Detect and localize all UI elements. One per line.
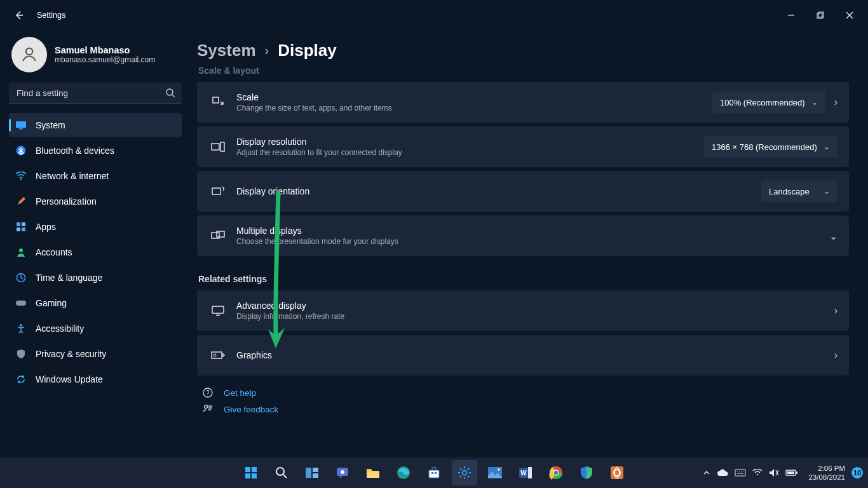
sidebar-item-time-language[interactable]: Time & language <box>9 266 182 290</box>
person-icon <box>20 45 39 64</box>
sidebar-item-label: Apps <box>36 222 56 232</box>
help-icon: ? <box>201 387 215 398</box>
taskbar-chrome[interactable] <box>543 460 569 485</box>
taskbar-store[interactable] <box>421 460 447 485</box>
battery-icon[interactable] <box>785 469 798 477</box>
svg-rect-14 <box>16 301 26 306</box>
volume-icon[interactable] <box>769 468 779 477</box>
svg-point-7 <box>20 179 22 180</box>
arrow-left-icon <box>14 10 24 20</box>
user-block[interactable]: Samuel Mbanaso mbanaso.samuel@gmail.com <box>9 34 182 81</box>
minimize-button[interactable] <box>776 5 806 25</box>
svg-rect-23 <box>212 352 222 358</box>
main-content: System › Display Scale & layout Scale Ch… <box>191 30 868 458</box>
taskbar-chat[interactable] <box>330 460 355 485</box>
scale-dropdown[interactable]: 100% (Recommended) ⌄ <box>712 92 825 113</box>
taskbar-photos[interactable] <box>482 460 508 485</box>
taskbar-security[interactable] <box>574 460 599 485</box>
card-resolution[interactable]: Display resolution Adjust the resolution… <box>197 126 849 167</box>
bluetooth-icon <box>15 146 27 156</box>
onedrive-icon[interactable] <box>717 469 728 477</box>
taskbar-app-generic[interactable] <box>604 460 630 485</box>
chevron-right-icon: › <box>265 43 269 58</box>
card-graphics[interactable]: Graphics › <box>197 335 849 376</box>
svg-rect-9 <box>22 222 25 226</box>
orientation-dropdown[interactable]: Landscape ⌄ <box>761 180 837 202</box>
dropdown-value: 868 × 488 (Recommended) <box>712 142 817 152</box>
card-title: Advanced display <box>236 301 834 311</box>
svg-rect-56 <box>787 471 794 474</box>
svg-rect-30 <box>245 473 250 478</box>
monitor-icon <box>208 306 227 316</box>
help-row-feedback[interactable]: Give feedback <box>197 403 849 415</box>
sidebar-item-accessibility[interactable]: Accessibility <box>9 316 182 341</box>
notification-badge[interactable]: 10 <box>851 467 863 478</box>
sidebar-item-label: Privacy & security <box>36 349 106 359</box>
sidebar-item-bluetooth[interactable]: Bluetooth & devices <box>9 139 182 163</box>
card-title: Scale <box>236 92 712 102</box>
sidebar-item-gaming[interactable]: Gaming <box>9 291 182 315</box>
section-header-related: Related settings <box>198 274 849 284</box>
card-scale[interactable]: Scale Change the size of text, apps, and… <box>197 82 849 123</box>
svg-point-37 <box>341 470 344 474</box>
sidebar-item-system[interactable]: System <box>9 113 182 137</box>
taskbar-edge[interactable] <box>391 460 416 485</box>
accessibility-icon <box>15 323 27 334</box>
clock-globe-icon <box>15 273 27 283</box>
sidebar-item-privacy[interactable]: Privacy & security <box>9 342 182 366</box>
feedback-link[interactable]: Give feedback <box>224 405 278 414</box>
sidebar-item-apps[interactable]: Apps <box>9 215 182 239</box>
maximize-button[interactable] <box>806 5 835 25</box>
wifi-tray-icon[interactable] <box>752 469 763 477</box>
back-button[interactable] <box>11 8 27 23</box>
svg-rect-22 <box>212 306 224 313</box>
sidebar-item-network[interactable]: Network & internet <box>9 164 182 188</box>
card-multiple-displays[interactable]: Multiple displays Choose the presentatio… <box>197 215 849 256</box>
card-orientation[interactable]: Display orientation Landscape ⌄ <box>197 171 849 212</box>
svg-rect-57 <box>796 471 797 474</box>
orientation-icon <box>208 186 227 197</box>
help-row-get-help[interactable]: ? Get help <box>197 387 849 398</box>
gaming-icon <box>15 299 27 307</box>
resolution-icon <box>208 142 227 152</box>
sidebar-item-windows-update[interactable]: Windows Update <box>9 367 182 391</box>
clock-time: 2:06 PM <box>808 464 845 473</box>
keyboard-icon[interactable] <box>735 469 746 477</box>
svg-point-27 <box>205 405 208 409</box>
taskbar-search[interactable] <box>269 460 294 485</box>
apps-icon <box>15 222 27 232</box>
start-button[interactable] <box>238 460 264 485</box>
window-controls <box>776 5 864 25</box>
card-advanced-display[interactable]: Advanced display Display information, re… <box>197 290 849 331</box>
sidebar-item-label: System <box>36 120 65 130</box>
search-icon <box>165 88 175 98</box>
taskbar-word[interactable]: W <box>513 460 538 485</box>
close-button[interactable] <box>835 5 864 25</box>
breadcrumb-parent[interactable]: System <box>197 41 256 60</box>
card-subtitle: Choose the presentation mode for your di… <box>236 237 829 246</box>
sidebar-item-label: Gaming <box>36 298 67 308</box>
system-tray: 2:06 PM 23/08/2021 10 <box>703 464 863 482</box>
taskbar-settings[interactable] <box>452 460 477 485</box>
chevron-down-icon: ⌄ <box>824 142 830 151</box>
taskbar-clock[interactable]: 2:06 PM 23/08/2021 <box>808 464 845 482</box>
svg-text:W: W <box>520 470 527 477</box>
tray-overflow-icon[interactable] <box>703 469 710 477</box>
svg-rect-19 <box>212 188 220 194</box>
scale-icon <box>208 96 227 109</box>
accounts-icon <box>15 247 27 257</box>
taskbar-file-explorer[interactable] <box>360 460 386 485</box>
svg-rect-0 <box>818 12 824 17</box>
search-input[interactable] <box>9 83 182 104</box>
sidebar-item-personalization[interactable]: Personalization <box>9 189 182 214</box>
display-icon <box>15 121 27 130</box>
get-help-link[interactable]: Get help <box>224 388 256 398</box>
svg-rect-52 <box>611 466 623 479</box>
sidebar-item-accounts[interactable]: Accounts <box>9 240 182 264</box>
resolution-dropdown[interactable]: 868 × 488 (Recommended) ⌄ <box>704 136 837 158</box>
svg-text:?: ? <box>206 390 210 396</box>
user-email: mbanaso.samuel@gmail.com <box>55 55 155 64</box>
sidebar-item-label: Time & language <box>36 273 102 283</box>
taskbar-task-view[interactable] <box>299 460 325 485</box>
titlebar: Settings <box>0 0 868 30</box>
